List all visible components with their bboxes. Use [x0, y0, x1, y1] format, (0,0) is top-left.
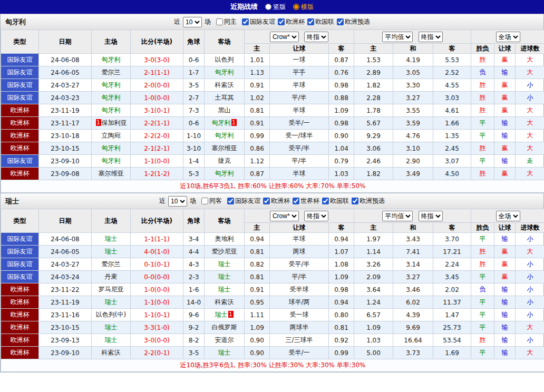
home-team-cell[interactable]: 匈牙利 [92, 92, 131, 104]
team-link[interactable]: 安道尔 [215, 336, 234, 344]
score-cell[interactable]: 2-1(2-1) [131, 142, 183, 155]
vertical-layout-radio[interactable] [265, 4, 271, 10]
team-link[interactable]: 白俄罗斯 [212, 324, 237, 331]
home-team-cell[interactable]: 瑞士 [92, 296, 131, 309]
team-link[interactable]: 塞尔维亚 [99, 170, 124, 177]
team-link[interactable]: 匈牙利 [215, 68, 234, 76]
away-team-cell[interactable]: 瑞士 [205, 258, 245, 271]
team-link[interactable]: 匈牙利 [102, 144, 121, 152]
euro-odds-time-select[interactable]: 终指 [419, 32, 443, 42]
score-cell[interactable]: 2-0(0-0) [131, 79, 183, 92]
score-cell[interactable]: 1-1(0-0) [131, 296, 183, 309]
team-link[interactable]: 匈牙利 [102, 106, 121, 114]
competition-filter[interactable]: 国际友谊 [242, 17, 275, 26]
same-venue-filter[interactable]: 同客 [201, 197, 222, 205]
bookmaker-select[interactable]: Crow* [270, 211, 299, 221]
score-cell[interactable]: 2-2(2-0) [131, 130, 183, 142]
euro-odds-time-select[interactable]: 终指 [419, 211, 443, 221]
away-team-cell[interactable]: 匈牙利 [205, 66, 245, 79]
away-team-cell[interactable]: 黑山 [205, 104, 245, 117]
competition-filter[interactable]: 欧国联 [322, 197, 349, 205]
team-link[interactable]: 瑞士 [105, 324, 118, 331]
competition-checkbox[interactable] [227, 198, 234, 204]
team-link[interactable]: 丹麦 [105, 273, 118, 280]
layout-vertical-option[interactable]: 竖版 [265, 3, 286, 12]
away-team-cell[interactable]: 安道尔 [205, 334, 245, 347]
team-link[interactable]: 土耳其 [215, 94, 234, 101]
team-link[interactable]: 爱尔兰 [102, 260, 121, 268]
score-cell[interactable]: 4-0(1-0) [131, 246, 183, 258]
away-team-cell[interactable]: 瑞士 [205, 347, 245, 359]
home-team-cell[interactable]: 瑞士 [92, 233, 131, 246]
home-team-cell[interactable]: 匈牙利 [92, 155, 131, 168]
home-team-cell[interactable]: 立陶宛 [92, 130, 131, 142]
score-cell[interactable]: 2-2(1-1) [131, 117, 183, 130]
away-team-cell[interactable]: 奥地利 [205, 233, 245, 246]
euro-odds-source-select[interactable]: 平均值 [382, 32, 413, 42]
score-cell[interactable]: 1-0(0-0) [131, 92, 183, 104]
away-team-cell[interactable]: 科索沃 [205, 296, 245, 309]
asia-odds-time-select[interactable]: 终指 [304, 32, 328, 42]
away-team-cell[interactable]: 匈牙利 [205, 130, 245, 142]
same-venue-checkbox[interactable] [201, 198, 208, 204]
team-link[interactable]: 科索沃 [215, 81, 234, 89]
team-link[interactable]: 立陶宛 [102, 132, 121, 139]
home-team-cell[interactable]: 匈牙利 [92, 54, 131, 66]
team-link[interactable]: 科索沃 [215, 298, 234, 306]
score-cell[interactable]: 1-1(1-1) [131, 233, 183, 246]
score-cell[interactable]: 3-1(0-1) [131, 104, 183, 117]
competition-filter[interactable]: 欧国联 [307, 17, 334, 26]
team-link[interactable]: 匈牙利 [212, 119, 231, 126]
home-team-cell[interactable]: 塞尔维亚 [92, 168, 131, 180]
home-team-cell[interactable]: 匈牙利 [92, 79, 131, 92]
competition-checkbox[interactable] [322, 198, 329, 204]
competition-checkbox[interactable] [278, 18, 285, 25]
away-team-cell[interactable]: 白俄罗斯 [205, 321, 245, 334]
score-cell[interactable]: 1-0(0-0) [131, 283, 183, 296]
euro-odds-source-select[interactable]: 平均值 [382, 211, 413, 221]
home-team-cell[interactable]: 丹麦 [92, 271, 131, 283]
competition-checkbox[interactable] [293, 198, 299, 204]
score-cell[interactable]: 1-1(0-1) [131, 309, 183, 321]
team-link[interactable]: 以色列 [215, 56, 234, 63]
layout-horizontal-option[interactable]: 横版 [293, 3, 314, 12]
team-link[interactable]: 瑞士 [105, 298, 118, 306]
team-link[interactable]: 科索沃 [102, 349, 121, 356]
competition-filter[interactable]: 欧洲杯 [278, 17, 305, 26]
team-link[interactable]: 以色列(中) [96, 311, 126, 318]
team-link[interactable]: 保加利亚 [102, 119, 127, 126]
competition-checkbox[interactable] [352, 198, 358, 204]
score-cell[interactable]: 2-2(0-1) [131, 347, 183, 359]
home-team-cell[interactable]: 以色列(中) [92, 309, 131, 321]
home-team-cell[interactable]: 瑞士 [92, 334, 131, 347]
team-link[interactable]: 匈牙利 [102, 94, 121, 101]
recent-count-select[interactable]: 10 [183, 17, 202, 27]
team-link[interactable]: 匈牙利 [102, 56, 121, 63]
recent-count-select[interactable]: 10 [168, 196, 187, 207]
away-team-cell[interactable]: 爱沙尼亚 [205, 246, 245, 258]
team-link[interactable]: 瑞士 [105, 248, 118, 255]
asia-odds-time-select[interactable]: 终指 [304, 211, 328, 221]
team-link[interactable]: 爱沙尼亚 [212, 248, 237, 255]
competition-filter[interactable]: 世界杯 [293, 197, 319, 205]
score-cell[interactable]: 0-0(0-0) [131, 271, 183, 283]
team-link[interactable]: 匈牙利 [102, 81, 121, 89]
away-team-cell[interactable]: 塞尔维亚 [205, 142, 245, 155]
competition-filter[interactable]: 欧洲杯 [263, 197, 290, 205]
home-team-cell[interactable]: 1保加利亚 [92, 117, 131, 130]
home-team-cell[interactable]: 爱尔兰 [92, 258, 131, 271]
same-venue-checkbox[interactable] [216, 18, 223, 25]
score-cell[interactable]: 3-0(3-0) [131, 54, 183, 66]
team-link[interactable]: 瑞士 [215, 311, 228, 318]
team-link[interactable]: 捷克 [218, 157, 231, 164]
team-link[interactable]: 匈牙利 [215, 132, 234, 139]
match-scope-select[interactable]: 全场 [496, 32, 520, 42]
away-team-cell[interactable]: 瑞士 [205, 271, 245, 283]
score-cell[interactable]: 1-1(0-0) [131, 155, 183, 168]
away-team-cell[interactable]: 瑞士1 [205, 309, 245, 321]
away-team-cell[interactable]: 捷克 [205, 155, 245, 168]
competition-filter[interactable]: 国际友谊 [227, 197, 260, 205]
home-team-cell[interactable]: 匈牙利 [92, 104, 131, 117]
score-cell[interactable]: 3-0(0-0) [131, 334, 183, 347]
team-link[interactable]: 匈牙利 [102, 157, 121, 164]
